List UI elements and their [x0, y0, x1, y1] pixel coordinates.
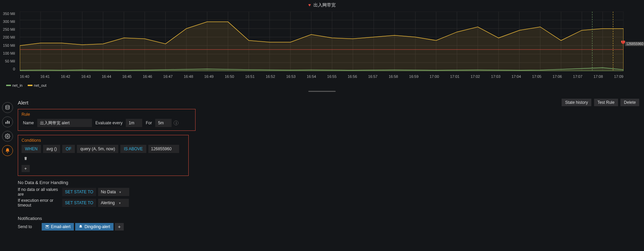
svg-point-38 — [6, 105, 10, 107]
editor-header-buttons: State history Test Rule Delete — [560, 99, 639, 106]
set-state-label: SET STATE TO — [62, 188, 96, 196]
x-tick: 16:40 — [20, 74, 29, 79]
chart-panel[interactable]: 350 Mil300 Mil250 Mil200 Mil150 Mil100 M… — [0, 10, 644, 81]
svg-rect-41 — [9, 121, 10, 124]
nodata-row: If no data or all values are SET STATE T… — [18, 187, 639, 197]
conditions-box: Conditions WHEN avg () OF query (A, 5m, … — [18, 135, 189, 176]
svg-rect-40 — [7, 121, 8, 124]
x-tick: 16:45 — [122, 74, 132, 79]
y-tick: 0 — [0, 67, 15, 71]
condition-threshold-input[interactable] — [148, 145, 179, 153]
x-tick: 16:54 — [307, 74, 316, 79]
x-tick: 17:07 — [573, 74, 582, 79]
chart-plot-area[interactable] — [20, 12, 623, 71]
rule-name-label: Name — [22, 121, 35, 125]
x-tick: 17:05 — [532, 74, 541, 79]
panel-resize-handle[interactable] — [308, 91, 336, 92]
notification-channel-dingding[interactable]: Dingding-alert — [75, 223, 113, 231]
evaluate-every-input[interactable] — [126, 119, 142, 127]
tab-queries-icon[interactable] — [2, 102, 13, 113]
x-tick: 16:42 — [61, 74, 70, 79]
error-state-value: Alerting — [101, 200, 115, 205]
x-tick: 16:44 — [102, 74, 111, 79]
alert-editor: Alert State history Test Rule Delete Rul… — [0, 95, 644, 239]
series-net-out — [20, 22, 623, 71]
x-tick: 16:50 — [225, 74, 234, 79]
chart-svg — [20, 12, 623, 71]
x-tick: 16:52 — [266, 74, 275, 79]
editor-tab-icons — [2, 102, 13, 156]
svg-rect-39 — [5, 122, 6, 124]
x-tick: 16:59 — [409, 74, 419, 79]
condition-delete-icon[interactable] — [22, 155, 30, 163]
condition-when[interactable]: WHEN — [22, 145, 41, 153]
chart-legend: net_in net_out — [0, 81, 644, 89]
legend-item-net-out[interactable]: net_out — [28, 83, 46, 87]
legend-label: net_out — [34, 83, 46, 87]
bell-icon — [79, 225, 83, 229]
threshold-value-label: 126855960 — [625, 42, 644, 46]
nodata-section-title: No Data & Error Handling — [18, 180, 639, 185]
state-history-button[interactable]: State history — [562, 99, 591, 106]
panel-title: ♥ 出入网带宽 — [0, 0, 644, 10]
y-tick: 100 Mil — [0, 51, 15, 55]
condition-of: OF — [62, 145, 75, 153]
info-icon[interactable]: i — [174, 121, 178, 125]
nodata-state-select[interactable]: No Data — [98, 188, 129, 196]
x-tick: 16:55 — [327, 74, 337, 79]
y-tick: 350 Mil — [0, 12, 15, 16]
y-tick: 300 Mil — [0, 19, 15, 24]
x-tick: 16:43 — [81, 74, 91, 79]
x-tick: 16:57 — [368, 74, 378, 79]
for-input[interactable] — [155, 119, 172, 127]
x-tick: 17:06 — [552, 74, 562, 79]
for-label: For — [144, 121, 153, 125]
legend-swatch — [6, 85, 11, 86]
y-axis-ticks: 350 Mil300 Mil250 Mil200 Mil150 Mil100 M… — [0, 12, 17, 71]
y-tick: 50 Mil — [0, 59, 15, 63]
notification-channel-label: Dingding-alert — [84, 224, 110, 229]
editor-header: Alert State history Test Rule Delete — [18, 99, 639, 106]
delete-button[interactable]: Delete — [620, 99, 639, 106]
x-tick: 16:56 — [348, 74, 357, 79]
x-tick: 17:08 — [593, 74, 603, 79]
tab-alert-icon[interactable] — [2, 145, 13, 156]
x-tick: 16:46 — [143, 74, 152, 79]
legend-label: net_in — [12, 83, 23, 87]
x-axis-ticks: 16:4016:4116:4216:4316:4416:4516:4616:47… — [20, 74, 623, 79]
panel-title-text: 出入网带宽 — [313, 2, 336, 8]
x-tick: 17:03 — [491, 74, 501, 79]
send-to-label: Send to — [18, 224, 42, 229]
add-notification-button[interactable]: + — [115, 223, 124, 231]
condition-query[interactable]: query (A, 5m, now) — [77, 145, 118, 153]
rule-name-input[interactable] — [37, 119, 92, 127]
tab-visualization-icon[interactable] — [2, 116, 13, 127]
nodata-state-value: No Data — [101, 190, 116, 194]
svg-point-42 — [7, 136, 8, 137]
condition-evaluator[interactable]: IS ABOVE — [120, 145, 146, 153]
condition-reducer[interactable]: avg () — [43, 145, 61, 153]
error-state-select[interactable]: Alerting — [98, 199, 129, 207]
test-rule-button[interactable]: Test Rule — [594, 99, 618, 106]
x-tick: 16:48 — [184, 74, 193, 79]
send-to-row: Send to Email-alert Dingding-alert + — [18, 223, 639, 231]
tab-general-icon[interactable] — [2, 131, 13, 142]
x-tick: 16:47 — [163, 74, 173, 79]
add-condition-button[interactable]: + — [22, 165, 30, 172]
x-tick: 16:51 — [245, 74, 255, 79]
conditions-box-title: Conditions — [22, 138, 185, 143]
x-tick: 17:04 — [512, 74, 521, 79]
notifications-section-title: Notifications — [18, 216, 639, 221]
legend-swatch — [28, 85, 32, 86]
envelope-icon — [45, 225, 49, 229]
heart-icon: ♥ — [308, 2, 311, 8]
notification-channel-label: Email-alert — [51, 224, 70, 229]
legend-item-net-in[interactable]: net_in — [6, 83, 23, 87]
x-tick: 16:58 — [389, 74, 398, 79]
error-label: If execution error or timeout — [18, 198, 62, 208]
nodata-label: If no data or all values are — [18, 187, 62, 197]
error-row: If execution error or timeout SET STATE … — [18, 198, 639, 208]
notification-channel-email[interactable]: Email-alert — [42, 223, 74, 231]
rule-box: Rule Name Evaluate every For i — [18, 109, 196, 131]
rule-box-title: Rule — [22, 112, 192, 117]
